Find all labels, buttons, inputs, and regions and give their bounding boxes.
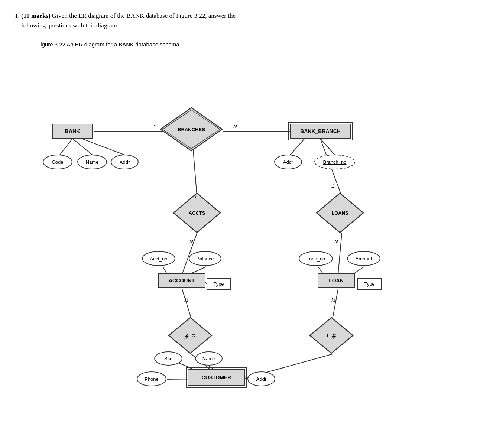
attr-cust-name: Name [195,351,223,366]
label-m-lc-top: M [331,297,335,303]
attr-code: Code [43,155,72,169]
svg-text:BRANCHES: BRANCHES [178,127,205,132]
question-marks: (10 marks) [21,12,51,19]
label-n-accts-bottom: N [189,239,193,244]
entity-customer: CUSTOMER [188,369,245,386]
svg-line-5 [82,139,126,155]
diamond-branches: BRANCHES [160,107,223,152]
label-1-loans: 1 [331,183,334,189]
svg-line-7 [320,139,335,155]
attr-ssn: Ssn [154,351,182,366]
label-n-branches-right: N [233,124,237,129]
type-account: Type [207,278,231,290]
svg-text:ACCTS: ACCTS [189,210,205,216]
entity-bank: BANK [52,124,93,139]
label-n-loans-bottom: N [334,239,338,244]
label-1-accts: 1 [194,194,197,199]
diagram-svg [30,51,438,404]
attr-bank-name: Name [77,155,107,169]
label-n-ac-bottom: N [184,335,188,340]
attr-bank-addr: Addr [111,155,139,169]
svg-line-3 [59,139,72,155]
entity-loan: LOAN [318,273,355,288]
label-n-lc-bottom: N [331,335,335,340]
attr-cust-addr: Addr [247,371,275,386]
diamond-loans: LOANS [316,192,364,233]
svg-line-12 [338,233,342,274]
svg-line-17 [182,289,191,319]
entity-account: ACCOUNT [158,273,205,288]
attr-balance: Balance [189,251,221,266]
figure-caption: Figure 3.22 An ER diagram for a BANK dat… [37,41,465,48]
type-loan: Type [357,278,382,290]
svg-line-4 [72,139,93,155]
svg-text:LOANS: LOANS [331,210,348,216]
diagram-container: BANK BANK_BRANCH BRANCHES ACCTS LOANS A_… [30,51,438,404]
attr-amount: Amount [347,251,380,266]
attr-phone: Phone [137,371,166,386]
question-number: 1. [15,12,20,19]
question-text: 1. (10 marks) Given the ER diagram of th… [15,11,465,30]
attr-branch-no: Branch_no [314,155,355,169]
svg-line-2 [193,150,197,196]
attr-loan-no: Loan_no [299,251,333,266]
svg-line-6 [290,139,305,155]
label-m-ac-top: M [184,297,188,303]
attr-branch-addr: Addr [274,155,302,169]
label-1-branches-left: 1 [153,124,156,129]
svg-line-18 [333,289,338,319]
entity-bank-branch: BANK_BRANCH [290,124,351,139]
diamond-ac: A_C [168,317,213,354]
attr-acct-no: Acct_no [142,251,175,266]
